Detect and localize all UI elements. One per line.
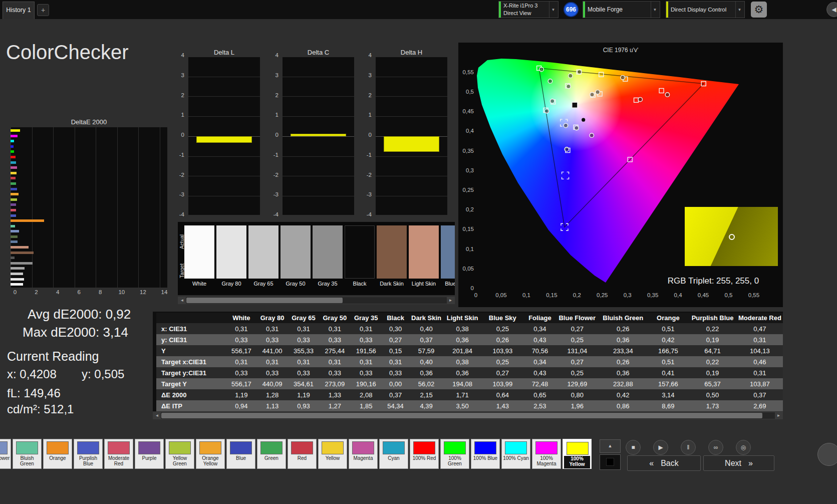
stop-button[interactable]: ■ — [626, 440, 641, 455]
expand-patch-bar-button[interactable]: ▲ — [600, 439, 621, 453]
patch-color — [260, 441, 283, 454]
table-cell: 0,38 — [443, 356, 482, 367]
chevron-down-icon[interactable]: ▼ — [651, 2, 659, 18]
patch-button-orange[interactable]: Orange — [43, 439, 72, 469]
patch-color — [444, 441, 466, 454]
scroll-left-icon[interactable]: ◄ — [178, 297, 186, 304]
add-tab-button[interactable]: + — [37, 4, 49, 16]
deltae-bar-bluish-green — [11, 225, 15, 227]
patch-button-purple[interactable]: Purple — [135, 439, 164, 469]
chart-title: Delta C — [282, 49, 355, 56]
row-label: y: CIE31 — [156, 334, 226, 345]
table-cell: 0,31 — [226, 323, 256, 334]
continuous-button[interactable]: ∞ — [708, 440, 723, 455]
patch-button-magenta[interactable]: Magenta — [349, 439, 378, 469]
axis-tick-label: 0,3 — [458, 167, 474, 173]
chevron-down-icon[interactable]: ▼ — [735, 2, 743, 18]
deltae-bar-magenta — [11, 166, 17, 169]
play-button[interactable]: ▶ — [653, 440, 668, 455]
record-button[interactable]: ◎ — [736, 440, 751, 455]
patch-label: Moderate Red — [105, 455, 132, 468]
patch-button-moderate-red[interactable]: Moderate Red — [104, 439, 133, 469]
patch-button-yellow[interactable]: Yellow — [318, 439, 347, 469]
table-cell: 0,31 — [382, 356, 409, 367]
patch-label: Blue Flower — [0, 455, 10, 468]
table-cell: 8,69 — [648, 400, 689, 411]
column-header: Gray 35 — [351, 313, 382, 323]
deltae-bar-yellow — [11, 172, 17, 174]
tab-history-1[interactable]: History 1 — [3, 2, 35, 19]
table-cell: 2,08 — [351, 389, 382, 400]
patch-label: Yellow — [319, 455, 346, 468]
patch-button-red[interactable]: Red — [288, 439, 317, 469]
patch-button-100-cyan[interactable]: 100% Cyan — [501, 439, 530, 469]
table-cell: 56,02 — [409, 378, 443, 389]
more-controls-button[interactable] — [817, 443, 837, 466]
column-header: Gray 80 — [256, 313, 288, 323]
table-cell: 0,33 — [319, 367, 350, 378]
patch-swatch — [441, 225, 455, 279]
chevron-down-icon[interactable]: ▼ — [549, 2, 557, 18]
table-cell: 0,41 — [648, 367, 689, 378]
axis-tick-label: 4 — [53, 289, 63, 295]
meter-name: X-Rite i1Pro 3 — [503, 2, 548, 9]
patch-button-orange-yellow[interactable]: Orange Yellow — [196, 439, 225, 469]
patch-button-100-yellow[interactable]: 100% Yellow — [563, 439, 592, 469]
row-label: Target Y — [156, 378, 226, 389]
swatch-cell-gray-65: Gray 65 — [248, 222, 278, 295]
patch-button-100-magenta[interactable]: 100% Magenta — [532, 439, 561, 469]
table-cell: 0,27 — [382, 334, 409, 345]
pause-button[interactable]: ‖ — [681, 440, 696, 455]
blank-pattern-button[interactable] — [600, 454, 621, 470]
patch-button-blue-flower[interactable]: Blue Flower — [0, 439, 11, 469]
patch-button-green[interactable]: Green — [257, 439, 286, 469]
axis-tick-label: 0 — [260, 132, 278, 138]
axis-tick-label: 0,25 — [592, 292, 612, 298]
patch-button-blue[interactable]: Blue — [226, 439, 255, 469]
table-cell: 0,46 — [737, 356, 783, 367]
scroll-right-icon[interactable]: ► — [447, 297, 454, 304]
table-cell: 166,75 — [648, 345, 689, 356]
deltae-bar-100-red — [11, 156, 16, 158]
display-control-selector[interactable]: Direct Display Control ▼ — [666, 1, 745, 18]
swatch-cell-white: White — [184, 222, 214, 295]
gear-icon[interactable]: ⚙ — [751, 2, 767, 18]
meter-selector[interactable]: X-Rite i1Pro 3 Direct View ▼ — [498, 1, 559, 18]
deltae-bar-gray-80 — [11, 278, 24, 281]
axis-tick-label: 0,35 — [458, 148, 474, 154]
delta-h-chart: Delta H 43210-1-2-3-4 — [355, 49, 450, 219]
next-button[interactable]: Next » — [703, 455, 774, 471]
delta-l-plot-area — [188, 56, 260, 215]
patch-button-100-green[interactable]: 100% Green — [440, 439, 469, 469]
display-control-status-indicator — [666, 2, 668, 18]
patch-button-bluish-green[interactable]: Bluish Green — [13, 439, 42, 469]
table-cell: 1,28 — [256, 389, 288, 400]
patch-button-cyan[interactable]: Cyan — [379, 439, 408, 469]
table-cell: 129,69 — [556, 378, 598, 389]
deltae-bar-100-yellow — [11, 129, 20, 132]
source-selector[interactable]: Mobile Forge ▼ — [583, 1, 660, 18]
zero-line — [283, 136, 354, 137]
axis-tick-label: -2 — [260, 172, 278, 178]
collapse-panel-button[interactable]: ◀ — [826, 2, 837, 17]
back-button[interactable]: « Back — [627, 455, 701, 471]
table-scrollbar[interactable]: ◄ ► — [153, 412, 783, 419]
top-bar: History 1 + X-Rite i1Pro 3 Direct View ▼… — [0, 0, 837, 19]
patch-color — [474, 441, 496, 454]
scrollbar-thumb[interactable] — [161, 413, 762, 418]
patch-selection-bar: Blue FlowerBluish GreenOrangePurplish Bl… — [0, 439, 613, 470]
patch-label: Blue — [227, 455, 254, 468]
swatch-cell-gray-50: Gray 50 — [281, 222, 311, 295]
patch-button-100-red[interactable]: 100% Red — [410, 439, 439, 469]
patch-button-100-blue[interactable]: 100% Blue — [471, 439, 500, 469]
scroll-right-icon[interactable]: ► — [775, 412, 782, 419]
patch-button-yellow-green[interactable]: Yellow Green — [165, 439, 194, 469]
swatch-strip-scrollbar[interactable]: ◄ ► — [178, 297, 455, 304]
table-cell: 194,08 — [443, 378, 482, 389]
table-cell: 0,31 — [288, 323, 319, 334]
axis-tick-label: 0 — [10, 289, 20, 295]
scrollbar-thumb[interactable] — [186, 298, 343, 303]
scroll-left-icon[interactable]: ◄ — [153, 412, 161, 419]
patch-swatch — [216, 225, 246, 279]
patch-button-purplish-blue[interactable]: Purplish Blue — [74, 439, 103, 469]
